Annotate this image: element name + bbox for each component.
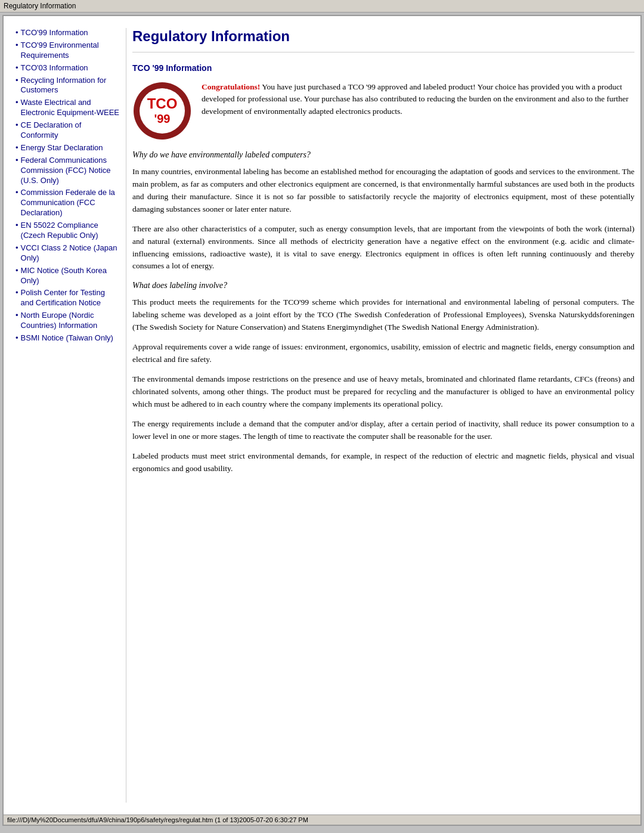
sidebar-link-ce-declaration[interactable]: CE Declaration of Conformity <box>21 120 120 141</box>
sidebar-link-bsmi[interactable]: BSMI Notice (Taiwan Only) <box>21 333 113 343</box>
p3: This product meets the requirements for … <box>132 296 634 334</box>
title-bar: Regulatory Information <box>0 0 644 13</box>
sidebar-item-mic[interactable]: MIC Notice (South Korea Only) <box>16 266 120 286</box>
sidebar-list: TCO'99 InformationTCO'99 Environmental R… <box>16 28 120 343</box>
sidebar-item-ce-declaration[interactable]: CE Declaration of Conformity <box>16 120 120 141</box>
congrats-label: Congratulations! <box>202 82 260 91</box>
svg-text:'99: '99 <box>154 112 170 125</box>
section1-heading: TCO '99 Information <box>132 63 634 73</box>
tco-block: ECOLOGY ENERGY EMISSIONS ERGONOMICS TCO … <box>132 81 634 141</box>
sidebar-item-polish[interactable]: Polish Center for Testing and Certificat… <box>16 288 120 308</box>
sidebar-item-tco99-info[interactable]: TCO'99 Information <box>16 28 120 38</box>
sidebar-link-tco99-info[interactable]: TCO'99 Information <box>21 28 88 38</box>
sidebar-link-commission-fcc[interactable]: Commission Federale de la Communication … <box>21 188 120 218</box>
sidebar-item-vcci[interactable]: VCCI Class 2 Notice (Japan Only) <box>16 243 120 264</box>
sidebar-item-fcc[interactable]: Federal Communications Commission (FCC) … <box>16 156 120 186</box>
sidebar-item-bsmi[interactable]: BSMI Notice (Taiwan Only) <box>16 333 120 343</box>
sidebar-link-en55022[interactable]: EN 55022 Compliance (Czech Republic Only… <box>21 221 120 241</box>
p4: Approval requirements cover a wide range… <box>132 341 634 366</box>
p2: There are also other characteristics of … <box>132 223 634 273</box>
sidebar-item-tco99-env[interactable]: TCO'99 Environmental Requirements <box>16 41 120 61</box>
tco-body-text: You have just purchased a TCO '99 approv… <box>202 82 628 116</box>
status-bar: file:///D|/My%20Documents/dfu/A9/china/1… <box>4 815 640 825</box>
sidebar-item-en55022[interactable]: EN 55022 Compliance (Czech Republic Only… <box>16 221 120 241</box>
p5: The environmental demands impose restric… <box>132 373 634 411</box>
p1: In many countries, environmental labelin… <box>132 166 634 216</box>
sidebar-link-vcci[interactable]: VCCI Class 2 Notice (Japan Only) <box>21 243 120 264</box>
tco-logo: ECOLOGY ENERGY EMISSIONS ERGONOMICS TCO … <box>132 81 192 141</box>
p7: Labeled products must meet strict enviro… <box>132 450 634 475</box>
sidebar-link-recycling[interactable]: Recycling Information for Customers <box>21 76 120 96</box>
sidebar-link-mic[interactable]: MIC Notice (South Korea Only) <box>21 266 120 286</box>
p6: The energy requirements include a demand… <box>132 418 634 443</box>
svg-text:TCO: TCO <box>147 95 178 112</box>
main-window: TCO'99 InformationTCO'99 Environmental R… <box>2 15 642 826</box>
sidebar-link-north-europe[interactable]: North Europe (Nordic Countries) Informat… <box>21 311 120 331</box>
sidebar-link-tco03-info[interactable]: TCO'03 Information <box>21 63 88 73</box>
sidebar-link-fcc[interactable]: Federal Communications Commission (FCC) … <box>21 156 120 186</box>
sidebar-item-weee[interactable]: Waste Electrical and Electronic Equipmen… <box>16 98 120 118</box>
sidebar-link-weee[interactable]: Waste Electrical and Electronic Equipmen… <box>21 98 120 118</box>
title-bar-text: Regulatory Information <box>4 2 76 10</box>
sidebar-link-energy-star[interactable]: Energy Star Declaration <box>21 143 103 153</box>
tco-description: Congratulations! You have just purchased… <box>202 81 634 117</box>
sidebar-item-commission-fcc[interactable]: Commission Federale de la Communication … <box>16 188 120 218</box>
page-title: Regulatory Information <box>132 28 634 45</box>
divider <box>132 52 634 52</box>
sidebar-item-north-europe[interactable]: North Europe (Nordic Countries) Informat… <box>16 311 120 331</box>
q1-heading: Why do we have environmentally labeled c… <box>132 150 634 160</box>
sidebar-link-tco99-env[interactable]: TCO'99 Environmental Requirements <box>21 41 120 61</box>
sidebar-link-polish[interactable]: Polish Center for Testing and Certificat… <box>21 288 120 308</box>
sidebar-item-energy-star[interactable]: Energy Star Declaration <box>16 143 120 153</box>
q2-heading: What does labeling involve? <box>132 281 634 290</box>
status-text: file:///D|/My%20Documents/dfu/A9/china/1… <box>7 816 308 823</box>
sidebar: TCO'99 InformationTCO'99 Environmental R… <box>16 28 126 803</box>
sidebar-item-tco03-info[interactable]: TCO'03 Information <box>16 63 120 73</box>
content-area: TCO'99 InformationTCO'99 Environmental R… <box>4 16 640 815</box>
sidebar-item-recycling[interactable]: Recycling Information for Customers <box>16 76 120 96</box>
main-content: Regulatory Information TCO '99 Informati… <box>126 28 634 803</box>
